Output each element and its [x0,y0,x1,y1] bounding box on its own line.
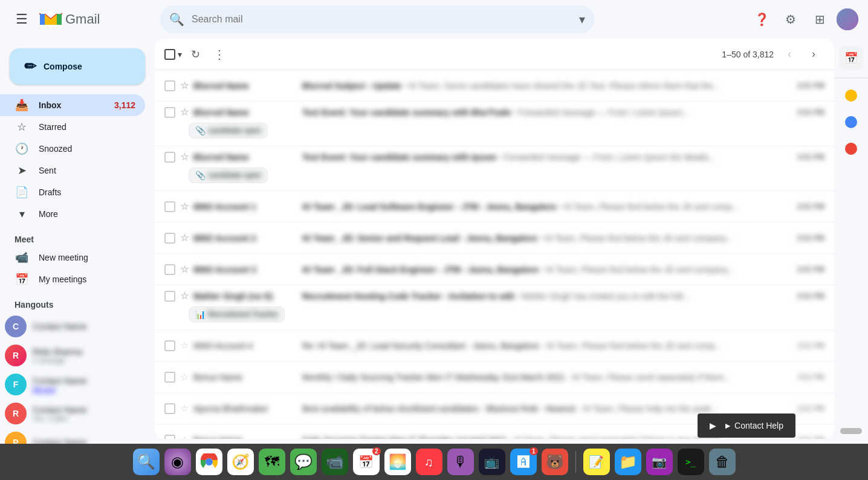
row-checkbox[interactable] [164,201,175,212]
email-row[interactable]: ☆ Blurred Name Blurred Subject - Update … [155,70,834,102]
select-all-checkbox[interactable] [164,49,175,60]
sidebar-item-starred[interactable]: ☆ Starred [0,116,145,138]
dock-appstore-badge: 1 [530,447,538,455]
right-panel-blue-dot[interactable] [839,110,863,134]
sidebar-item-sent[interactable]: ➤ Sent [0,160,145,181]
attachment-chip[interactable]: 📎 candidate open [189,123,268,138]
right-panel-red-dot[interactable] [839,137,863,161]
sidebar-item-snoozed[interactable]: 🕐 Snoozed [0,138,145,160]
sidebar-item-more[interactable]: ▾ More [0,203,145,225]
row-star[interactable]: ☆ [180,290,189,302]
sidebar-item-drafts[interactable]: 📄 Drafts [0,181,145,203]
yellow-circle [845,89,857,102]
dock-item-notes[interactable]: 📝 [583,449,610,475]
pagination-next-button[interactable]: › [803,44,824,65]
sidebar: ✏ Compose 📥 Inbox 3,112 ☆ Starred 🕐 Snoo… [0,39,155,444]
compose-button[interactable]: ✏ Compose [10,48,145,85]
row-time: 3:01 PM [788,108,824,117]
right-panel-yellow-dot[interactable] [839,83,863,108]
email-row[interactable]: ☆ MNO Account 2 Hi Team _JD: Senior and … [155,222,834,254]
row-checkbox[interactable] [164,152,175,163]
sent-icon: ➤ [15,164,29,177]
dock-item-bear[interactable]: 🐻 [542,449,568,475]
email-row[interactable]: ☆ Mahler Singh (no E) Recruitment Hostin… [155,285,834,330]
more-chevron-icon: ▾ [15,207,29,221]
row-checkbox[interactable] [164,264,175,275]
dock-item-files[interactable]: 📁 [615,449,641,475]
row-checkbox[interactable] [164,291,175,302]
search-bar[interactable]: 🔍 ▾ [160,5,595,33]
inbox-count: 3,112 [114,100,135,110]
row-content: Hi Team _JD: Senior and Request Lead - J… [302,233,788,243]
attachment-chip[interactable]: 📎 candidate open [189,167,268,183]
dock-item-siri[interactable]: ◉ [164,449,191,475]
email-row[interactable]: ☆ Bonus Name Monthly / Daily Sourcing Tr… [155,362,834,393]
row-checkbox[interactable] [164,435,175,439]
email-row[interactable]: ☆ MNO Account 3 Hi Team _JD: Full Stack … [155,254,834,285]
dock-item-chrome[interactable] [196,449,222,475]
row-star[interactable]: ☆ [180,340,189,351]
row-star[interactable]: ☆ [180,232,189,244]
pagination-prev-button[interactable]: ‹ [779,44,800,65]
attachment-chip[interactable]: 📊 Recruitment Tracker [189,306,285,322]
dock-item-facetime[interactable]: 📹 [322,449,348,475]
dock-item-terminal[interactable]: >_ [678,449,704,475]
row-checkbox[interactable] [164,340,175,351]
search-input[interactable] [192,14,572,25]
email-row[interactable]: ☆ Blurred Name Test Event: Your candidat… [155,102,834,146]
row-star[interactable]: ☆ [180,403,189,414]
apps-button[interactable]: ⊞ [808,7,832,31]
dock-item-podcasts[interactable]: 🎙 [447,449,474,475]
right-panel-calendar-icon[interactable]: 📅 [839,46,863,70]
hangout-item-1[interactable]: C Contact Name [0,312,155,341]
dock-item-calendar[interactable]: 📅 2 [353,449,380,475]
sidebar-item-my-meetings[interactable]: 📅 My meetings [0,268,145,290]
dock-item-appstore[interactable]: 🅰 1 [510,449,537,475]
inbox-label: Inbox [39,100,105,110]
row-content: Re: Hi Team _JD: Lead Security Consultan… [302,341,788,351]
compose-plus-icon: ✏ [24,58,36,75]
row-star[interactable]: ☆ [180,434,189,439]
dock-item-tv[interactable]: 📺 [479,449,505,475]
row-star[interactable]: ☆ [180,106,189,118]
row-checkbox[interactable] [164,233,175,244]
dock-item-screenshot[interactable]: 📷 [646,449,673,475]
email-list: ☆ Blurred Name Blurred Subject - Update … [155,70,834,439]
search-dropdown-icon[interactable]: ▾ [579,12,585,27]
hangout-item-3[interactable]: F Contact Name link text [0,370,155,399]
row-checkbox[interactable] [164,80,175,91]
help-button[interactable]: ❓ [750,7,774,31]
row-star[interactable]: ☆ [180,151,189,163]
dock-item-music[interactable]: ♫ [416,449,442,475]
more-options-button[interactable]: ⋮ [209,44,230,65]
settings-button[interactable]: ⚙ [779,7,803,31]
hangout-item-2[interactable]: R Rida Sharma 1 message [0,341,155,370]
row-star[interactable]: ☆ [180,201,189,212]
row-checkbox[interactable] [164,107,175,118]
row-star[interactable]: ☆ [180,80,189,91]
row-star[interactable]: ☆ [180,371,189,383]
dock-item-maps[interactable]: 🗺 [259,449,285,475]
row-star[interactable]: ☆ [180,264,189,275]
row-sender: MNO Account 4 [193,341,302,351]
refresh-button[interactable]: ↻ [184,44,206,65]
sidebar-item-inbox[interactable]: 📥 Inbox 3,112 [0,94,145,116]
pagination: 1–50 of 3,812 ‹ › [722,44,824,65]
gmail-m-icon [39,11,63,28]
dock-item-photos[interactable]: 🌅 [384,449,411,475]
dock-item-finder[interactable]: 🔍 [133,449,160,475]
avatar[interactable] [837,8,858,30]
row-checkbox[interactable] [164,372,175,383]
row-checkbox[interactable] [164,403,175,414]
hamburger-menu-button[interactable]: ☰ [10,7,34,31]
hangout-item-5[interactable]: P Contact Name [0,428,155,444]
email-row[interactable]: ☆ MNO Account 4 Re: Hi Team _JD: Lead Se… [155,330,834,362]
email-row[interactable]: ☆ MNO Account 1 Hi Team _JD: Lead Softwa… [155,191,834,222]
sidebar-item-new-meeting[interactable]: 📹 New meeting [0,247,145,268]
dock-item-messages[interactable]: 💬 [290,449,317,475]
dock-item-trash[interactable]: 🗑 [709,449,736,475]
select-dropdown-icon[interactable]: ▾ [178,50,182,59]
email-row[interactable]: ☆ Blurred Name Test Event: Your candidat… [155,146,834,191]
dock-item-safari[interactable]: 🧭 [227,449,254,475]
hangout-item-4[interactable]: R Contact Name You: 1 label [0,399,155,428]
